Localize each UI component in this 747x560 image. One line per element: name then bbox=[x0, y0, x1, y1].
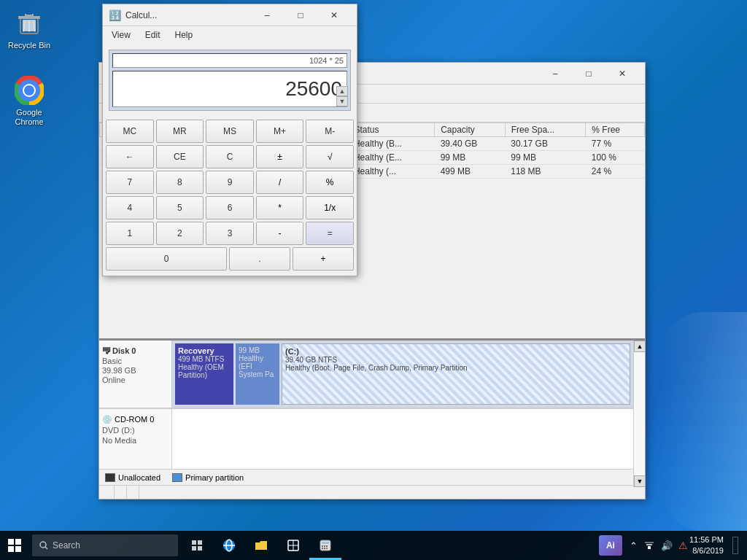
btn-percent[interactable]: % bbox=[306, 171, 354, 194]
col-capacity: Capacity bbox=[435, 123, 506, 137]
btn-9[interactable]: 9 bbox=[206, 171, 254, 194]
calc-row4: 1 2 3 - = bbox=[106, 222, 354, 245]
btn-8[interactable]: 8 bbox=[156, 171, 204, 194]
svg-rect-4 bbox=[25, 15, 34, 17]
svg-rect-32 bbox=[326, 548, 328, 549]
ai-label: Ai bbox=[606, 540, 615, 551]
disk-close-button[interactable]: ✕ bbox=[605, 63, 639, 85]
partition-efi[interactable]: 99 MB Healthy (EFI System Pa bbox=[236, 343, 279, 405]
btn-backspace[interactable]: ← bbox=[106, 145, 154, 168]
calc-menu-help[interactable]: Help bbox=[171, 28, 196, 42]
svg-rect-16 bbox=[198, 540, 202, 545]
c-drive-sub1: 39.40 GB NTFS bbox=[285, 356, 627, 364]
calc-display-area: 1024 * 25 ▲ ▼ 25600 bbox=[109, 50, 351, 111]
ai-button[interactable]: Ai bbox=[599, 535, 622, 556]
disk-lower-panel: 🖦 Disk 0 Basic 39.98 GB Online Recovery … bbox=[99, 338, 645, 499]
taskbar-app-snip[interactable] bbox=[277, 531, 309, 560]
svg-rect-17 bbox=[192, 546, 196, 551]
btn-plus[interactable]: + bbox=[293, 247, 354, 271]
btn-c[interactable]: C bbox=[206, 145, 254, 168]
btn-6[interactable]: 6 bbox=[206, 196, 254, 219]
c-drive-name: (C:) bbox=[285, 347, 627, 356]
time-display: 11:56 PM bbox=[689, 534, 724, 545]
cdrom-label: 💿 CD-ROM 0 DVD (D:) No Media bbox=[99, 409, 172, 469]
warning-icon[interactable]: ⚠ bbox=[677, 538, 689, 553]
efi-sub1: 99 MB bbox=[239, 346, 276, 354]
svg-rect-27 bbox=[322, 545, 323, 547]
calc-menu: View Edit Help bbox=[103, 26, 357, 44]
taskbar-time[interactable]: 11:56 PM 8/6/2019 bbox=[689, 534, 724, 557]
btn-mminus[interactable]: M- bbox=[306, 120, 354, 143]
volume-icon[interactable]: 🔊 bbox=[659, 539, 674, 553]
calc-window-icon: 🔢 bbox=[109, 9, 121, 21]
calc-restore-button[interactable]: □ bbox=[284, 4, 317, 26]
desktop-icon-chrome[interactable]: Google Chrome bbox=[3, 73, 55, 130]
start-button[interactable] bbox=[0, 531, 29, 560]
svg-rect-31 bbox=[324, 548, 325, 549]
scroll-up[interactable]: ▲ bbox=[634, 341, 645, 352]
btn-7[interactable]: 7 bbox=[106, 171, 154, 194]
btn-sqrt[interactable]: √ bbox=[306, 145, 354, 168]
btn-divide[interactable]: / bbox=[256, 171, 304, 194]
calc-minimize-button[interactable]: – bbox=[250, 4, 284, 26]
search-icon bbox=[39, 541, 48, 550]
btn-reciprocal[interactable]: 1/x bbox=[306, 196, 354, 219]
partition-c[interactable]: (C:) 39.40 GB NTFS Healthy (Boot, Page F… bbox=[282, 343, 630, 405]
btn-mc[interactable]: MC bbox=[106, 120, 154, 143]
btn-minus[interactable]: - bbox=[256, 222, 304, 245]
taskview-button[interactable] bbox=[181, 531, 213, 560]
recycle-bin-icon bbox=[15, 9, 44, 38]
desktop-icon-recycle-bin[interactable]: Recycle Bin bbox=[3, 6, 55, 53]
btn-0[interactable]: 0 bbox=[106, 247, 227, 271]
btn-equals[interactable]: = bbox=[306, 222, 354, 245]
calc-row3: 4 5 6 * 1/x bbox=[106, 196, 354, 219]
scroll-down[interactable]: ▼ bbox=[634, 475, 645, 487]
network-svg bbox=[643, 539, 655, 551]
taskbar-app-explorer[interactable] bbox=[245, 531, 277, 560]
btn-4[interactable]: 4 bbox=[106, 196, 154, 219]
calc-main-display: 25600 bbox=[112, 71, 347, 107]
btn-ce[interactable]: CE bbox=[156, 145, 204, 168]
scroll-track-v[interactable] bbox=[634, 352, 645, 475]
calc-menu-view[interactable]: View bbox=[109, 28, 133, 42]
calc-row5: 0 . + bbox=[106, 247, 354, 271]
chevron-up-icon[interactable]: ⌃ bbox=[628, 539, 639, 553]
btn-1[interactable]: 1 bbox=[106, 222, 154, 245]
calc-menu-edit[interactable]: Edit bbox=[142, 28, 163, 42]
show-desktop-button[interactable] bbox=[724, 531, 747, 560]
btn-multiply[interactable]: * bbox=[256, 196, 304, 219]
show-desktop-icon bbox=[732, 537, 738, 554]
search-placeholder: Search bbox=[53, 540, 80, 551]
taskview-icon bbox=[191, 540, 203, 551]
status-section-3 bbox=[127, 486, 139, 499]
btn-3[interactable]: 3 bbox=[206, 222, 254, 245]
btn-mr[interactable]: MR bbox=[156, 120, 204, 143]
btn-2[interactable]: 2 bbox=[156, 222, 204, 245]
partition-recovery[interactable]: Recovery 499 MB NTFS Healthy (OEM Partit… bbox=[175, 343, 233, 405]
cdrom-sub2: No Media bbox=[102, 436, 169, 445]
svg-rect-18 bbox=[198, 546, 202, 551]
cdrom-icon: 💿 CD-ROM 0 bbox=[102, 415, 169, 424]
bg-decoration bbox=[659, 312, 747, 531]
calc-scroll-down[interactable]: ▼ bbox=[336, 96, 348, 106]
svg-rect-30 bbox=[322, 548, 323, 549]
calc-history-display: 1024 * 25 ▲ ▼ bbox=[112, 53, 347, 68]
disk-maximize-button[interactable]: □ bbox=[572, 63, 605, 85]
btn-5[interactable]: 5 bbox=[156, 196, 204, 219]
taskbar-app-ie[interactable] bbox=[213, 531, 245, 560]
calc-close-button[interactable]: ✕ bbox=[317, 4, 351, 26]
taskbar-app-calc[interactable] bbox=[309, 531, 341, 560]
taskbar-search[interactable]: Search bbox=[32, 534, 178, 556]
legend-unalloc-label: Unallocated bbox=[118, 473, 160, 482]
c-drive-sub2: Healthy (Boot, Page File, Crash Dump, Pr… bbox=[285, 364, 627, 372]
btn-decimal[interactable]: . bbox=[229, 247, 290, 271]
btn-ms[interactable]: MS bbox=[206, 120, 254, 143]
disk-minimize-button[interactable]: – bbox=[538, 63, 572, 85]
ie-icon bbox=[222, 538, 236, 553]
col-freespace: Free Spa... bbox=[505, 123, 586, 137]
btn-plusminus[interactable]: ± bbox=[256, 145, 304, 168]
disk-scrollbar-v[interactable]: ▲ ▼ bbox=[633, 341, 645, 487]
btn-mplus[interactable]: M+ bbox=[256, 120, 304, 143]
calc-scroll-up[interactable]: ▲ bbox=[336, 86, 348, 96]
network-icon[interactable] bbox=[642, 537, 657, 554]
